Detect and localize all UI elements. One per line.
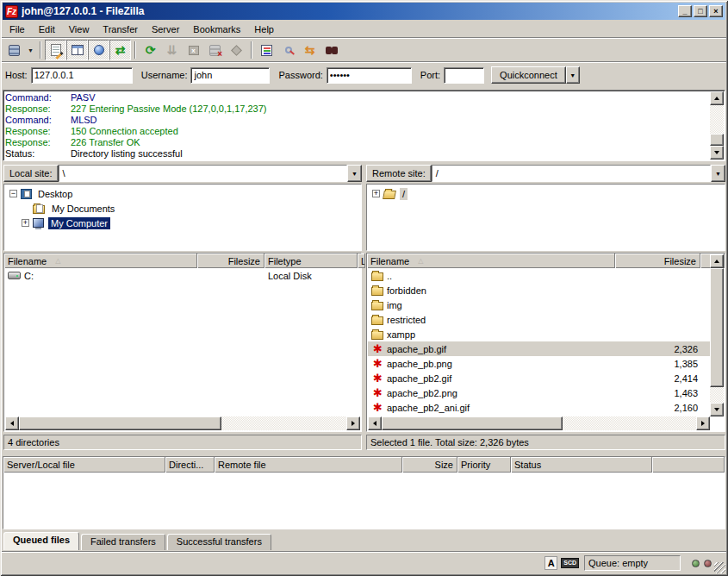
scroll-up-button[interactable] xyxy=(710,91,724,105)
log-line: Command:MLSD xyxy=(5,115,709,126)
remote-file-row[interactable]: forbidden xyxy=(368,283,710,297)
log-line-label: Response: xyxy=(5,126,71,137)
site-manager-dropdown[interactable]: ▼ xyxy=(25,40,36,60)
toggle-remote-tree-button[interactable] xyxy=(88,40,109,60)
maximize-button[interactable]: □ xyxy=(694,5,707,17)
process-queue-button[interactable]: ⇊ xyxy=(161,40,183,60)
refresh-button[interactable]: ⟳ xyxy=(140,40,161,60)
scroll-down-button[interactable] xyxy=(710,403,724,416)
scroll-thumb[interactable] xyxy=(710,134,724,146)
remote-file-row[interactable]: apache_pb2.gif 2,414 xyxy=(368,371,710,385)
collapse-icon[interactable]: − xyxy=(9,190,17,197)
filezilla-window: Fz john@127.0.0.1 - FileZilla _ □ × File… xyxy=(0,0,728,576)
tree-item-my-documents[interactable]: My Documents xyxy=(4,201,361,216)
remote-file-row[interactable]: xampp xyxy=(368,327,710,341)
scroll-down-button[interactable] xyxy=(710,146,724,160)
menu-transfer[interactable]: Transfer xyxy=(96,22,145,36)
remote-site-dropdown[interactable]: ▼ xyxy=(711,165,725,182)
remote-file-row[interactable]: apache_pb.png 1,385 xyxy=(368,356,710,371)
menu-view[interactable]: View xyxy=(62,22,96,36)
expand-icon[interactable]: + xyxy=(372,190,380,197)
menu-file[interactable]: File xyxy=(3,22,32,36)
tab-failed-transfers[interactable]: Failed transfers xyxy=(81,534,165,550)
column-header-filetype[interactable]: Filetype xyxy=(264,254,358,268)
remote-vscrollbar[interactable] xyxy=(710,254,724,416)
scroll-thumb[interactable] xyxy=(382,416,563,430)
column-header-lastmodified[interactable]: L xyxy=(358,254,365,268)
chevron-down-icon: ▼ xyxy=(28,47,34,53)
column-header-filename[interactable]: Filename △ xyxy=(367,254,615,268)
scroll-right-button[interactable] xyxy=(346,416,360,430)
host-input[interactable] xyxy=(31,67,133,84)
toggle-local-tree-button[interactable] xyxy=(66,40,88,60)
remote-file-row[interactable]: img xyxy=(368,297,710,312)
compare-button[interactable] xyxy=(277,40,299,60)
quickconnect-button[interactable]: Quickconnect xyxy=(491,66,566,84)
column-label: Filename xyxy=(370,256,409,266)
column-header-priority[interactable]: Priority xyxy=(457,457,511,473)
column-header-remote-file[interactable]: Remote file xyxy=(215,457,402,473)
password-input[interactable] xyxy=(327,67,412,84)
file-name: apache_pb2_ani.gif xyxy=(387,403,470,413)
local-hscrollbar[interactable] xyxy=(5,416,360,430)
reconnect-button[interactable] xyxy=(226,40,247,60)
column-header-filesize[interactable]: Filesize xyxy=(615,254,700,268)
tree-item-desktop[interactable]: − Desktop xyxy=(4,186,361,201)
minimize-button[interactable]: _ xyxy=(678,5,692,17)
scroll-left-button[interactable] xyxy=(368,416,382,430)
scroll-right-button[interactable] xyxy=(696,416,710,430)
column-header-server-local-file[interactable]: Server/Local file xyxy=(3,457,165,473)
menu-server[interactable]: Server xyxy=(145,22,186,36)
remote-file-row[interactable]: apache_pb2_ani.gif 2,160 xyxy=(368,400,710,415)
menu-edit[interactable]: Edit xyxy=(32,22,62,36)
tab-successful-transfers[interactable]: Successful transfers xyxy=(167,534,271,550)
resize-grip[interactable] xyxy=(714,562,725,573)
local-site-combo[interactable]: \ xyxy=(59,165,347,182)
sync-browse-button[interactable]: ⇆ xyxy=(299,40,320,60)
close-button[interactable]: × xyxy=(709,5,723,17)
quickconnect-dropdown[interactable]: ▼ xyxy=(566,66,580,84)
cancel-button[interactable]: x xyxy=(183,40,204,60)
log-line-text: 226 Transfer OK xyxy=(71,137,140,148)
file-name: C: xyxy=(24,271,34,281)
queue-header: Server/Local file Directi... Remote file… xyxy=(3,457,725,473)
remote-hscrollbar[interactable] xyxy=(368,416,710,430)
remote-file-row-selected[interactable]: apache_pb.gif 2,326 xyxy=(368,341,710,356)
log-line-label: Status: xyxy=(5,148,71,160)
filter-button[interactable] xyxy=(256,40,277,60)
find-button[interactable] xyxy=(320,40,342,60)
scroll-thumb[interactable] xyxy=(710,268,724,387)
menu-help[interactable]: Help xyxy=(247,22,281,36)
column-header-size[interactable]: Size xyxy=(402,457,457,473)
remote-site-combo[interactable]: / xyxy=(432,165,711,182)
file-name: forbidden xyxy=(387,285,426,296)
tree-item-my-computer[interactable]: + My Computer xyxy=(4,216,361,230)
column-header-status[interactable]: Status xyxy=(511,457,652,473)
port-input[interactable] xyxy=(444,67,484,84)
remote-file-row[interactable]: restricted xyxy=(368,312,710,327)
scroll-left-button[interactable] xyxy=(5,416,19,430)
toolbar: ▼ ⇄ ⟳ ⇊ x × ⇆ xyxy=(3,39,725,61)
site-manager-button[interactable] xyxy=(3,40,25,60)
file-size: 2,326 xyxy=(674,344,698,354)
column-header-filename[interactable]: Filename △ xyxy=(4,254,197,268)
expand-icon[interactable]: + xyxy=(22,219,29,227)
remote-file-row[interactable]: .. xyxy=(368,268,710,283)
column-header-direction[interactable]: Directi... xyxy=(165,457,215,473)
local-site-dropdown[interactable]: ▼ xyxy=(347,165,362,182)
menu-bookmarks[interactable]: Bookmarks xyxy=(186,22,247,36)
column-header-filesize[interactable]: Filesize xyxy=(197,254,264,268)
scroll-thumb[interactable] xyxy=(19,416,221,430)
log-scrollbar[interactable] xyxy=(710,91,724,160)
username-input[interactable] xyxy=(190,67,270,84)
disconnect-button[interactable]: × xyxy=(204,40,226,60)
tab-queued-files[interactable]: Queued files xyxy=(3,532,79,550)
toggle-queue-button[interactable]: ⇄ xyxy=(109,40,131,60)
title-bar[interactable]: Fz john@127.0.0.1 - FileZilla _ □ × xyxy=(3,3,725,20)
tree-item-root[interactable]: + / xyxy=(367,186,725,201)
password-label: Password: xyxy=(278,70,322,80)
remote-file-row[interactable]: apache_pb2.png 1,463 xyxy=(368,385,710,400)
toggle-log-button[interactable] xyxy=(45,40,66,60)
local-file-row[interactable]: C: Local Disk xyxy=(4,268,361,283)
scroll-up-button[interactable] xyxy=(710,254,724,268)
